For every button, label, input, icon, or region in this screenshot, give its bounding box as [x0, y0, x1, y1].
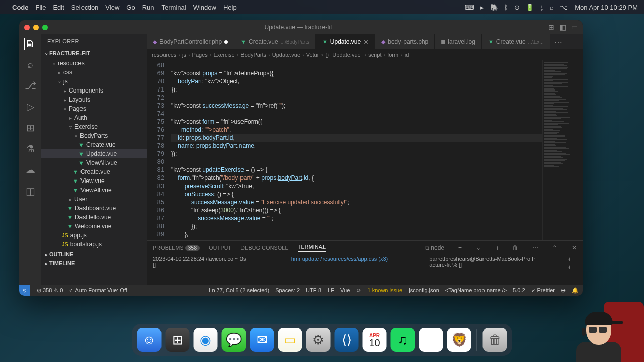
terminal-layout2-icon[interactable]: ⫞ — [568, 264, 577, 270]
output-tab[interactable]: OUTPUT — [209, 245, 231, 251]
tree-item-viewall-vue[interactable]: ▼ViewAll.vue — [41, 158, 147, 167]
tree-item-auth[interactable]: ▸Auth — [41, 113, 147, 122]
menu-file[interactable]: File — [36, 4, 46, 11]
tree-item-welcome-vue[interactable]: ▼Welcome.vue — [41, 222, 147, 231]
search-activity-icon[interactable]: ⌕ — [27, 59, 33, 70]
status-bell-icon[interactable]: 🔔 — [572, 287, 579, 294]
cloud-icon[interactable]: ☁ — [25, 164, 35, 176]
dock-settings[interactable]: ⚙ — [306, 328, 331, 352]
terminal-profile[interactable]: ⧉ node — [425, 244, 444, 251]
tree-item-pages[interactable]: ▿Pages — [41, 104, 147, 113]
sidebar-more-icon[interactable]: ⋯ — [135, 38, 141, 45]
layout-sidebar-icon[interactable]: ◧ — [559, 23, 566, 31]
tree-item-user[interactable]: ▸User — [41, 195, 147, 204]
tree-item-dashello-vue[interactable]: ▼DasHello.vue — [41, 213, 147, 222]
keyboard-icon[interactable]: ⌨ — [465, 4, 474, 11]
close-window-button[interactable] — [24, 25, 30, 30]
menubar-clock[interactable]: Mon Apr 10 10:29 PM — [575, 4, 638, 11]
breadcrumb-item[interactable]: form — [387, 52, 398, 58]
tree-item-create-vue[interactable]: ▼Create.vue — [41, 140, 147, 149]
status-encoding[interactable]: UTF-8 — [306, 287, 321, 293]
status-autoformat[interactable]: ✓ Auto Format Vue: Off — [69, 287, 127, 294]
evernote-icon[interactable]: 🐘 — [490, 4, 498, 11]
problems-tab[interactable]: PROBLEMS358 — [153, 245, 200, 251]
tree-item-app-js[interactable]: JSapp.js — [41, 231, 147, 240]
dock-mail[interactable]: ✉ — [250, 328, 274, 352]
maximize-window-button[interactable] — [42, 25, 48, 30]
new-terminal-icon[interactable]: + — [458, 244, 462, 251]
minimap[interactable] — [542, 60, 583, 240]
menu-window[interactable]: Window — [193, 4, 216, 11]
breadcrumb-item[interactable]: Update.vue — [272, 52, 300, 58]
tree-item-dashboard-vue[interactable]: ▼Dashboard.vue — [41, 204, 147, 213]
dock-safari[interactable]: ◉ — [194, 328, 218, 352]
breadcrumb-item[interactable]: {} "Update.vue" — [325, 52, 362, 58]
remote-icon[interactable]: ⚗ — [26, 143, 35, 155]
app-name[interactable]: Code — [12, 4, 29, 11]
tree-item-resources[interactable]: ▿resources — [41, 59, 147, 68]
menu-go[interactable]: Go — [126, 4, 135, 11]
scm-icon[interactable]: ⎇ — [25, 79, 36, 92]
debug-icon[interactable]: ▷ — [27, 101, 34, 113]
record-icon[interactable]: ⊙ — [514, 4, 520, 11]
terminal-body[interactable]: 2023-04-10 22:28:24 /favicon.ico ~ 0s[] … — [147, 255, 583, 285]
tree-item-bootstrap-js[interactable]: JSbootstrap.js — [41, 240, 147, 249]
dock-launchpad[interactable]: ⊞ — [166, 328, 190, 352]
terminal-layout-icon[interactable]: ⫞ — [568, 256, 577, 262]
tree-item-css[interactable]: ▸css — [41, 68, 147, 77]
breadcrumb-item[interactable]: resources — [152, 52, 176, 58]
outline-section[interactable]: ▸ OUTLINE — [41, 250, 147, 259]
code-content[interactable]: "kw">const props = "fn">defineProps({ bo… — [171, 60, 542, 240]
kill-terminal-icon[interactable]: 🗑 — [512, 244, 518, 251]
wifi-icon[interactable]: ⏚ — [540, 4, 544, 11]
dock-chrome[interactable]: ◉ — [419, 328, 443, 352]
tree-item-view-vue[interactable]: ▼View.vue — [41, 176, 147, 186]
tab-bodypartcontroller-php[interactable]: ◆BodyPartController.php — [147, 34, 234, 49]
split-terminal-icon[interactable]: ⫞ — [495, 244, 498, 251]
breadcrumb-item[interactable]: js — [182, 52, 186, 58]
breadcrumb-item[interactable]: script — [368, 52, 381, 58]
menu-edit[interactable]: Edit — [53, 4, 64, 11]
explorer-icon[interactable]: 🗎 — [24, 38, 35, 50]
menu-view[interactable]: View — [105, 4, 119, 11]
tab-create-vue[interactable]: ▼Create.vue ...\Ex... — [482, 34, 550, 49]
tab-laravel-log[interactable]: ≣laravel.log — [435, 34, 482, 49]
breadcrumb-item[interactable]: id — [405, 52, 409, 58]
status-tagname[interactable]: <TagName prop-name /> — [445, 287, 507, 293]
menu-selection[interactable]: Selection — [71, 4, 98, 11]
menu-help[interactable]: Help — [223, 4, 237, 11]
tab-body-parts-php[interactable]: ◆body-parts.php — [375, 34, 435, 49]
tree-item-exercise[interactable]: ▿Exercise — [41, 122, 147, 131]
control-center-icon[interactable]: ⌥ — [560, 4, 568, 11]
terminal-tab[interactable]: TERMINAL — [298, 244, 326, 252]
bluetooth-icon[interactable]: ᛒ — [504, 4, 508, 11]
menu-terminal[interactable]: Terminal — [162, 4, 186, 11]
play-icon[interactable]: ▸ — [480, 4, 484, 11]
status-eol[interactable]: LF — [328, 287, 334, 293]
panel-more-icon[interactable]: ⋯ — [532, 244, 538, 251]
tree-item-create-vue[interactable]: ▼Create.vue — [41, 167, 147, 176]
status-lang[interactable]: Vue — [340, 287, 350, 293]
status-jsconfig[interactable]: jsconfig.json — [409, 287, 439, 293]
dock-notes[interactable]: ▭ — [278, 328, 302, 352]
dock-finder[interactable]: ☺ — [137, 328, 162, 352]
tree-item-layouts[interactable]: ▸Layouts — [41, 95, 147, 104]
tab-update-vue[interactable]: ▼Update.vue✕ — [316, 34, 375, 49]
remote-indicator[interactable]: ⎋ — [19, 285, 30, 296]
status-spaces[interactable]: Spaces: 2 — [275, 287, 300, 293]
status-cursor[interactable]: Ln 77, Col 5 (2 selected) — [209, 287, 269, 293]
tree-item-bodyparts[interactable]: ▿BodyParts — [41, 131, 147, 140]
status-feedback-icon[interactable]: ⊕ — [561, 287, 566, 294]
search-icon[interactable]: ⌕ — [550, 4, 554, 11]
window-titlebar[interactable]: Update.vue — fracture-fit ⊞ ◧ ▭ — [19, 20, 583, 34]
battery-icon[interactable]: 🔋 — [526, 4, 534, 11]
dock-spotify[interactable]: ♫ — [391, 328, 415, 352]
status-prettier[interactable]: ✓ Prettier — [531, 287, 555, 294]
breadcrumb[interactable]: resources›js›Pages›Exercise›BodyParts›Up… — [147, 49, 583, 60]
status-errors[interactable]: ⊘ 358 ⚠ 0 — [37, 287, 63, 294]
minimize-window-button[interactable] — [33, 25, 39, 30]
tree-item-viewall-vue[interactable]: ▼ViewAll.vue — [41, 186, 147, 195]
layout-panel-icon[interactable]: ⊞ — [548, 23, 554, 31]
terminal-dropdown-icon[interactable]: ⌄ — [476, 244, 481, 251]
debug-console-tab[interactable]: DEBUG CONSOLE — [240, 245, 289, 251]
